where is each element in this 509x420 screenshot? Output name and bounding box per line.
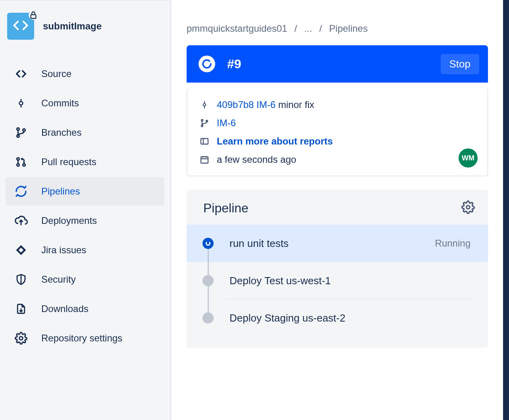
step-status-running-icon bbox=[202, 238, 214, 249]
stop-button[interactable]: Stop bbox=[441, 54, 480, 74]
svg-point-1 bbox=[19, 102, 23, 105]
sidebar-item-label: Security bbox=[41, 274, 76, 285]
step-name: Deploy Staging us-east-2 bbox=[229, 312, 470, 324]
pipeline-step[interactable]: Deploy Staging us-east-2 bbox=[187, 299, 488, 337]
svg-rect-20 bbox=[201, 139, 208, 144]
sidebar-item-label: Branches bbox=[41, 127, 81, 138]
jira-icon bbox=[14, 243, 28, 257]
svg-point-26 bbox=[467, 206, 470, 209]
svg-point-13 bbox=[19, 337, 23, 340]
run-info-card: 409b7b8 IM-6 minor fix IM-6 Learn more a… bbox=[187, 88, 488, 176]
svg-point-6 bbox=[23, 129, 25, 131]
repo-avatar[interactable] bbox=[7, 13, 34, 40]
calendar-icon bbox=[199, 154, 210, 165]
commit-message: minor fix bbox=[278, 99, 314, 110]
branch-icon bbox=[199, 118, 210, 128]
sync-icon bbox=[14, 185, 28, 198]
status-running-icon bbox=[199, 56, 215, 72]
sidebar-item-downloads[interactable]: Downloads bbox=[6, 295, 164, 323]
sidebar-item-label: Source bbox=[41, 68, 71, 79]
breadcrumb-separator: / bbox=[294, 23, 297, 34]
branch-row: IM-6 bbox=[199, 118, 475, 129]
sidebar-item-label: Jira issues bbox=[41, 245, 86, 256]
breadcrumb: pmmquickstartguides01 / ... / Pipelines bbox=[187, 23, 488, 34]
sidebar-item-label: Downloads bbox=[41, 303, 89, 314]
sidebar-item-label: Repository settings bbox=[41, 333, 122, 344]
pull-request-icon bbox=[14, 155, 28, 169]
svg-point-18 bbox=[201, 125, 203, 127]
cloud-upload-icon bbox=[14, 214, 28, 227]
code-icon bbox=[13, 17, 29, 35]
pipeline-card: Pipeline run unit tests Running Deploy T… bbox=[187, 190, 488, 348]
pipeline-run-header: #9 Stop bbox=[187, 45, 488, 83]
step-state: Running bbox=[435, 238, 470, 249]
svg-rect-0 bbox=[31, 15, 36, 18]
sidebar-item-label: Pipelines bbox=[41, 186, 80, 197]
commit-row: 409b7b8 IM-6 minor fix bbox=[199, 99, 475, 110]
sidebar-item-label: Deployments bbox=[41, 215, 97, 226]
shield-icon bbox=[14, 273, 28, 286]
author-avatar[interactable]: WM bbox=[459, 148, 478, 168]
sidebar-item-security[interactable]: Security bbox=[6, 265, 164, 294]
repo-header: submitImage bbox=[6, 13, 164, 60]
pipeline-settings-button[interactable] bbox=[460, 200, 476, 216]
sidebar-item-repository-settings[interactable]: Repository settings bbox=[6, 324, 164, 353]
svg-point-4 bbox=[17, 128, 19, 130]
sidebar-nav: Source Commits Branches Pull requests Pi… bbox=[6, 60, 164, 353]
svg-point-17 bbox=[201, 119, 203, 121]
svg-point-9 bbox=[23, 164, 25, 166]
svg-point-14 bbox=[203, 104, 206, 106]
code-icon bbox=[14, 67, 28, 81]
reports-row: Learn more about reports bbox=[199, 136, 475, 147]
sidebar-item-pipelines[interactable]: Pipelines bbox=[6, 177, 164, 206]
sidebar-item-deployments[interactable]: Deployments bbox=[6, 206, 164, 235]
download-icon bbox=[14, 302, 28, 316]
sidebar-item-branches[interactable]: Branches bbox=[6, 118, 164, 147]
sidebar-item-label: Pull requests bbox=[41, 156, 96, 168]
svg-point-8 bbox=[17, 164, 19, 166]
sidebar: submitImage Source Commits Branches Pull… bbox=[0, 0, 170, 420]
sidebar-item-commits[interactable]: Commits bbox=[6, 89, 164, 118]
branch-icon bbox=[14, 126, 28, 139]
svg-rect-22 bbox=[201, 157, 208, 163]
reports-link[interactable]: Learn more about reports bbox=[217, 136, 333, 147]
step-status-pending-icon bbox=[202, 312, 214, 324]
svg-point-7 bbox=[17, 158, 19, 160]
step-name: run unit tests bbox=[229, 237, 435, 250]
commit-icon bbox=[14, 96, 28, 110]
svg-point-19 bbox=[206, 120, 208, 122]
branch-link[interactable]: IM-6 bbox=[217, 118, 236, 129]
breadcrumb-root[interactable]: pmmquickstartguides01 bbox=[187, 23, 287, 34]
timestamp: a few seconds ago bbox=[217, 154, 296, 165]
breadcrumb-current[interactable]: Pipelines bbox=[329, 23, 368, 34]
sidebar-item-pull-requests[interactable]: Pull requests bbox=[6, 148, 164, 176]
pipeline-step[interactable]: run unit tests Running bbox=[187, 225, 488, 262]
step-name: Deploy Test us-west-1 bbox=[229, 275, 470, 287]
pipeline-title: Pipeline bbox=[203, 201, 249, 216]
timestamp-row: a few seconds ago bbox=[199, 154, 475, 165]
main-content: pmmquickstartguides01 / ... / Pipelines … bbox=[170, 0, 503, 420]
breadcrumb-separator: / bbox=[319, 23, 322, 34]
sidebar-item-label: Commits bbox=[41, 98, 79, 109]
panel-icon bbox=[199, 136, 210, 146]
commit-hash-link[interactable]: 409b7b8 bbox=[217, 99, 254, 110]
breadcrumb-ellipsis[interactable]: ... bbox=[304, 23, 312, 34]
sidebar-item-jira-issues[interactable]: Jira issues bbox=[6, 236, 164, 264]
commit-icon bbox=[199, 100, 210, 110]
step-list: run unit tests Running Deploy Test us-we… bbox=[187, 225, 488, 337]
gear-icon bbox=[461, 200, 475, 216]
pipeline-step[interactable]: Deploy Test us-west-1 bbox=[187, 262, 488, 299]
gear-icon bbox=[14, 331, 28, 345]
lock-icon bbox=[29, 10, 38, 20]
step-status-pending-icon bbox=[202, 275, 214, 286]
sidebar-item-source[interactable]: Source bbox=[6, 60, 164, 88]
repo-name[interactable]: submitImage bbox=[43, 21, 102, 32]
run-number: #9 bbox=[227, 57, 241, 71]
right-edge bbox=[503, 0, 509, 420]
commit-issue-link[interactable]: IM-6 bbox=[256, 99, 276, 110]
